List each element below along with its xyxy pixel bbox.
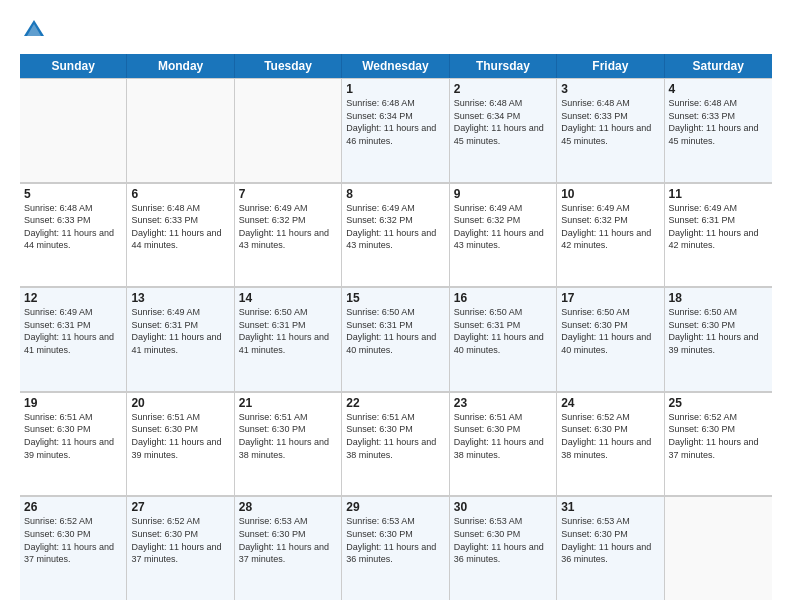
day-number: 12 xyxy=(24,291,122,305)
day-cell-23: 23Sunrise: 6:51 AMSunset: 6:30 PMDayligh… xyxy=(450,392,557,496)
day-info: Sunrise: 6:53 AMSunset: 6:30 PMDaylight:… xyxy=(346,515,444,565)
day-info: Sunrise: 6:53 AMSunset: 6:30 PMDaylight:… xyxy=(454,515,552,565)
day-cell-16: 16Sunrise: 6:50 AMSunset: 6:31 PMDayligh… xyxy=(450,287,557,391)
day-info: Sunrise: 6:50 AMSunset: 6:31 PMDaylight:… xyxy=(454,306,552,356)
day-cell-31: 31Sunrise: 6:53 AMSunset: 6:30 PMDayligh… xyxy=(557,496,664,600)
day-cell-14: 14Sunrise: 6:50 AMSunset: 6:31 PMDayligh… xyxy=(235,287,342,391)
day-cell-5: 5Sunrise: 6:48 AMSunset: 6:33 PMDaylight… xyxy=(20,183,127,287)
day-number: 17 xyxy=(561,291,659,305)
day-number: 18 xyxy=(669,291,768,305)
day-info: Sunrise: 6:48 AMSunset: 6:33 PMDaylight:… xyxy=(561,97,659,147)
day-cell-11: 11Sunrise: 6:49 AMSunset: 6:31 PMDayligh… xyxy=(665,183,772,287)
day-info: Sunrise: 6:52 AMSunset: 6:30 PMDaylight:… xyxy=(131,515,229,565)
day-cell-19: 19Sunrise: 6:51 AMSunset: 6:30 PMDayligh… xyxy=(20,392,127,496)
day-number: 8 xyxy=(346,187,444,201)
header-day-thursday: Thursday xyxy=(450,54,557,78)
day-number: 29 xyxy=(346,500,444,514)
day-cell-6: 6Sunrise: 6:48 AMSunset: 6:33 PMDaylight… xyxy=(127,183,234,287)
day-info: Sunrise: 6:52 AMSunset: 6:30 PMDaylight:… xyxy=(24,515,122,565)
day-info: Sunrise: 6:52 AMSunset: 6:30 PMDaylight:… xyxy=(561,411,659,461)
day-info: Sunrise: 6:49 AMSunset: 6:32 PMDaylight:… xyxy=(561,202,659,252)
day-cell-29: 29Sunrise: 6:53 AMSunset: 6:30 PMDayligh… xyxy=(342,496,449,600)
day-info: Sunrise: 6:49 AMSunset: 6:31 PMDaylight:… xyxy=(24,306,122,356)
calendar: SundayMondayTuesdayWednesdayThursdayFrid… xyxy=(20,54,772,600)
day-number: 1 xyxy=(346,82,444,96)
day-number: 11 xyxy=(669,187,768,201)
day-cell-15: 15Sunrise: 6:50 AMSunset: 6:31 PMDayligh… xyxy=(342,287,449,391)
day-cell-7: 7Sunrise: 6:49 AMSunset: 6:32 PMDaylight… xyxy=(235,183,342,287)
day-info: Sunrise: 6:50 AMSunset: 6:30 PMDaylight:… xyxy=(669,306,768,356)
day-cell-18: 18Sunrise: 6:50 AMSunset: 6:30 PMDayligh… xyxy=(665,287,772,391)
day-number: 13 xyxy=(131,291,229,305)
day-cell-2: 2Sunrise: 6:48 AMSunset: 6:34 PMDaylight… xyxy=(450,78,557,182)
empty-cell xyxy=(665,496,772,600)
day-info: Sunrise: 6:50 AMSunset: 6:31 PMDaylight:… xyxy=(239,306,337,356)
day-number: 20 xyxy=(131,396,229,410)
day-info: Sunrise: 6:50 AMSunset: 6:31 PMDaylight:… xyxy=(346,306,444,356)
day-cell-10: 10Sunrise: 6:49 AMSunset: 6:32 PMDayligh… xyxy=(557,183,664,287)
day-info: Sunrise: 6:49 AMSunset: 6:31 PMDaylight:… xyxy=(131,306,229,356)
day-number: 3 xyxy=(561,82,659,96)
header-day-sunday: Sunday xyxy=(20,54,127,78)
calendar-week-1: 1Sunrise: 6:48 AMSunset: 6:34 PMDaylight… xyxy=(20,78,772,183)
header-day-wednesday: Wednesday xyxy=(342,54,449,78)
day-info: Sunrise: 6:48 AMSunset: 6:34 PMDaylight:… xyxy=(454,97,552,147)
header-day-saturday: Saturday xyxy=(665,54,772,78)
day-cell-17: 17Sunrise: 6:50 AMSunset: 6:30 PMDayligh… xyxy=(557,287,664,391)
day-info: Sunrise: 6:53 AMSunset: 6:30 PMDaylight:… xyxy=(561,515,659,565)
day-number: 7 xyxy=(239,187,337,201)
day-cell-21: 21Sunrise: 6:51 AMSunset: 6:30 PMDayligh… xyxy=(235,392,342,496)
day-cell-13: 13Sunrise: 6:49 AMSunset: 6:31 PMDayligh… xyxy=(127,287,234,391)
day-cell-24: 24Sunrise: 6:52 AMSunset: 6:30 PMDayligh… xyxy=(557,392,664,496)
day-info: Sunrise: 6:49 AMSunset: 6:31 PMDaylight:… xyxy=(669,202,768,252)
calendar-week-2: 5Sunrise: 6:48 AMSunset: 6:33 PMDaylight… xyxy=(20,183,772,288)
day-info: Sunrise: 6:52 AMSunset: 6:30 PMDaylight:… xyxy=(669,411,768,461)
day-cell-25: 25Sunrise: 6:52 AMSunset: 6:30 PMDayligh… xyxy=(665,392,772,496)
day-info: Sunrise: 6:48 AMSunset: 6:33 PMDaylight:… xyxy=(24,202,122,252)
day-info: Sunrise: 6:51 AMSunset: 6:30 PMDaylight:… xyxy=(454,411,552,461)
day-cell-28: 28Sunrise: 6:53 AMSunset: 6:30 PMDayligh… xyxy=(235,496,342,600)
day-number: 30 xyxy=(454,500,552,514)
day-cell-1: 1Sunrise: 6:48 AMSunset: 6:34 PMDaylight… xyxy=(342,78,449,182)
calendar-week-5: 26Sunrise: 6:52 AMSunset: 6:30 PMDayligh… xyxy=(20,496,772,600)
calendar-week-4: 19Sunrise: 6:51 AMSunset: 6:30 PMDayligh… xyxy=(20,392,772,497)
header-day-friday: Friday xyxy=(557,54,664,78)
day-cell-26: 26Sunrise: 6:52 AMSunset: 6:30 PMDayligh… xyxy=(20,496,127,600)
day-number: 23 xyxy=(454,396,552,410)
header-day-monday: Monday xyxy=(127,54,234,78)
day-number: 21 xyxy=(239,396,337,410)
day-cell-12: 12Sunrise: 6:49 AMSunset: 6:31 PMDayligh… xyxy=(20,287,127,391)
day-cell-9: 9Sunrise: 6:49 AMSunset: 6:32 PMDaylight… xyxy=(450,183,557,287)
day-number: 15 xyxy=(346,291,444,305)
day-number: 5 xyxy=(24,187,122,201)
day-info: Sunrise: 6:48 AMSunset: 6:33 PMDaylight:… xyxy=(669,97,768,147)
header-day-tuesday: Tuesday xyxy=(235,54,342,78)
day-number: 24 xyxy=(561,396,659,410)
day-info: Sunrise: 6:49 AMSunset: 6:32 PMDaylight:… xyxy=(346,202,444,252)
day-number: 27 xyxy=(131,500,229,514)
calendar-week-3: 12Sunrise: 6:49 AMSunset: 6:31 PMDayligh… xyxy=(20,287,772,392)
calendar-header: SundayMondayTuesdayWednesdayThursdayFrid… xyxy=(20,54,772,78)
day-number: 10 xyxy=(561,187,659,201)
empty-cell xyxy=(235,78,342,182)
day-number: 16 xyxy=(454,291,552,305)
day-number: 31 xyxy=(561,500,659,514)
logo-icon xyxy=(22,16,46,40)
empty-cell xyxy=(20,78,127,182)
day-info: Sunrise: 6:48 AMSunset: 6:34 PMDaylight:… xyxy=(346,97,444,147)
day-number: 9 xyxy=(454,187,552,201)
day-number: 25 xyxy=(669,396,768,410)
day-cell-22: 22Sunrise: 6:51 AMSunset: 6:30 PMDayligh… xyxy=(342,392,449,496)
day-cell-20: 20Sunrise: 6:51 AMSunset: 6:30 PMDayligh… xyxy=(127,392,234,496)
page: SundayMondayTuesdayWednesdayThursdayFrid… xyxy=(0,0,792,612)
day-number: 26 xyxy=(24,500,122,514)
empty-cell xyxy=(127,78,234,182)
day-info: Sunrise: 6:51 AMSunset: 6:30 PMDaylight:… xyxy=(131,411,229,461)
day-cell-8: 8Sunrise: 6:49 AMSunset: 6:32 PMDaylight… xyxy=(342,183,449,287)
calendar-body: 1Sunrise: 6:48 AMSunset: 6:34 PMDaylight… xyxy=(20,78,772,600)
day-cell-30: 30Sunrise: 6:53 AMSunset: 6:30 PMDayligh… xyxy=(450,496,557,600)
day-number: 19 xyxy=(24,396,122,410)
day-cell-27: 27Sunrise: 6:52 AMSunset: 6:30 PMDayligh… xyxy=(127,496,234,600)
day-info: Sunrise: 6:49 AMSunset: 6:32 PMDaylight:… xyxy=(454,202,552,252)
day-number: 14 xyxy=(239,291,337,305)
